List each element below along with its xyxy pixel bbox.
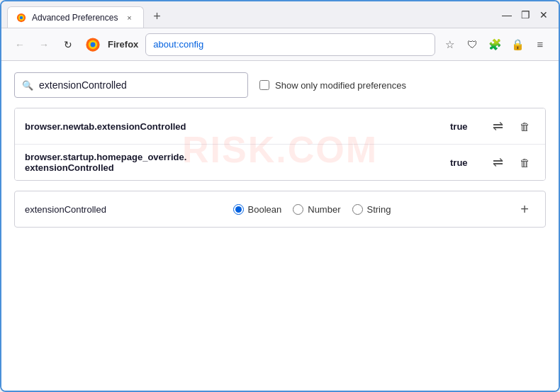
content-wrapper: 🔍 Show only modified preferences browser… — [14, 72, 546, 228]
close-button[interactable]: ✕ — [537, 9, 550, 21]
radio-number[interactable] — [293, 204, 303, 215]
show-modified-text: Show only modified preferences — [275, 80, 406, 91]
radio-group: Boolean Number String — [118, 204, 505, 215]
swap-icon-2: ⇌ — [493, 155, 503, 170]
radio-number-text: Number — [308, 204, 340, 215]
search-icon: 🔍 — [22, 80, 33, 91]
bookmark-icon[interactable]: ☆ — [439, 35, 459, 55]
swap-icon-1: ⇌ — [493, 118, 503, 134]
title-bar: Advanced Preferences × + — ❐ ✕ — [1, 1, 559, 28]
address-url: about:config — [153, 39, 203, 50]
svg-point-5 — [91, 42, 96, 47]
swap-btn-1[interactable]: ⇌ — [487, 116, 508, 137]
forward-button[interactable]: → — [34, 35, 54, 55]
back-button[interactable]: ← — [10, 35, 30, 55]
pref-row-1: browser.newtab.extensionControlled true … — [15, 108, 545, 145]
swap-btn-2[interactable]: ⇌ — [487, 152, 508, 173]
nav-icons-right: ☆ 🛡 🧩 🔒 ≡ — [439, 35, 550, 55]
shield-icon[interactable]: 🛡 — [462, 35, 482, 55]
window-controls: — ❐ ✕ — [492, 1, 559, 28]
add-plus-button[interactable]: + — [514, 198, 535, 220]
radio-string[interactable] — [352, 204, 363, 215]
radio-boolean-text: Boolean — [248, 204, 282, 215]
reload-button[interactable]: ↻ — [58, 35, 78, 55]
pref-value-2: true — [450, 157, 478, 168]
new-tab-button[interactable]: + — [147, 7, 167, 27]
delete-btn-1[interactable]: 🗑 — [514, 116, 535, 137]
browser-name-label: Firefox — [108, 39, 138, 50]
browser-window: Advanced Preferences × + — ❐ ✕ ← → ↻ Fir… — [0, 0, 560, 392]
tab-close-btn[interactable]: × — [123, 12, 135, 23]
tab-strip: Advanced Preferences × + — [1, 1, 492, 28]
address-bar[interactable]: about:config — [145, 33, 435, 56]
pref-name-2: browser.startup.homepage_override. exten… — [25, 152, 450, 173]
extension-icon[interactable]: 🧩 — [485, 35, 505, 55]
radio-number-label[interactable]: Number — [293, 204, 340, 215]
add-pref-name: extensionControlled — [25, 204, 110, 215]
tab-title: Advanced Preferences — [32, 13, 118, 23]
minimize-button[interactable]: — — [500, 9, 513, 21]
active-tab[interactable]: Advanced Preferences × — [7, 6, 144, 28]
firefox-logo — [85, 37, 101, 52]
svg-point-2 — [20, 16, 23, 18]
tab-favicon — [16, 13, 26, 23]
maximize-button[interactable]: ❐ — [519, 9, 532, 21]
lock-icon[interactable]: 🔒 — [508, 35, 527, 55]
pref-actions-2: ⇌ 🗑 — [487, 152, 535, 173]
show-modified-label[interactable]: Show only modified preferences — [259, 80, 406, 91]
radio-boolean-label[interactable]: Boolean — [233, 204, 282, 215]
pref-name-2-line1: browser.startup.homepage_override. — [25, 152, 186, 162]
radio-string-text: String — [367, 204, 391, 215]
preferences-table: browser.newtab.extensionControlled true … — [14, 108, 546, 181]
radio-boolean[interactable] — [233, 204, 244, 215]
search-input[interactable] — [39, 79, 240, 91]
search-box[interactable]: 🔍 — [14, 72, 248, 98]
pref-row-2: browser.startup.homepage_override. exten… — [15, 145, 545, 180]
content-area: 🔍 Show only modified preferences browser… — [1, 61, 559, 391]
delete-btn-2[interactable]: 🗑 — [514, 152, 535, 173]
trash-icon-2: 🗑 — [520, 157, 530, 169]
menu-icon[interactable]: ≡ — [530, 35, 550, 55]
radio-string-label[interactable]: String — [352, 204, 391, 215]
search-row: 🔍 Show only modified preferences — [14, 72, 546, 98]
nav-bar: ← → ↻ Firefox about:config ☆ 🛡 🧩 🔒 ≡ — [1, 28, 559, 61]
pref-name-2-line2: extensionControlled — [25, 162, 114, 173]
add-preference-row: extensionControlled Boolean Number Strin… — [14, 191, 546, 228]
pref-value-1: true — [450, 121, 478, 132]
pref-actions-1: ⇌ 🗑 — [487, 116, 535, 137]
pref-name-1: browser.newtab.extensionControlled — [25, 121, 450, 132]
trash-icon-1: 🗑 — [520, 121, 530, 133]
show-modified-checkbox[interactable] — [259, 80, 269, 90]
